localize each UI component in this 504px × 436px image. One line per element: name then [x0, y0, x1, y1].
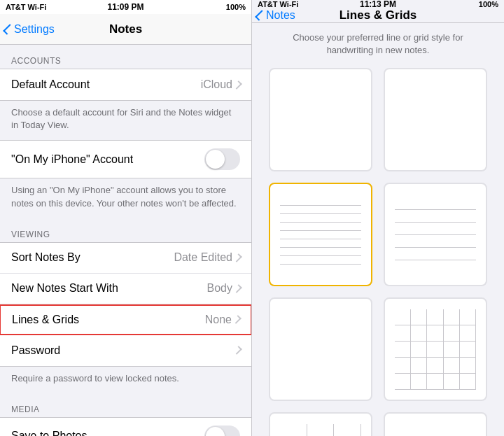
sort-notes-label: Sort Notes By	[11, 251, 174, 264]
line-rule-2	[280, 213, 360, 214]
new-notes-row[interactable]: New Notes Start With Body	[0, 274, 251, 304]
grid-cell	[427, 342, 443, 358]
on-my-iphone-toggle[interactable]	[204, 148, 240, 170]
grid-cell	[334, 424, 360, 436]
left-nav-title: Notes	[109, 22, 142, 36]
line-rule-5	[280, 239, 360, 239]
line-wide-rule-4	[395, 247, 475, 248]
grid-cell	[307, 424, 334, 436]
section-header-accounts: ACCOUNTS	[0, 45, 251, 69]
default-account-desc: Choose a default account for Siri and th…	[0, 101, 251, 140]
grid-option-blank-2[interactable]	[384, 68, 487, 171]
new-notes-chevron-icon	[233, 284, 242, 293]
grid-cell	[427, 325, 443, 342]
lines-grids-value: None	[205, 314, 232, 326]
right-back-label: Notes	[266, 9, 295, 22]
on-my-iphone-row[interactable]: "On My iPhone" Account	[0, 141, 251, 178]
back-button[interactable]: Settings	[6, 23, 55, 36]
right-status-bar: AT&T Wi-Fi 11:13 PM 100%	[252, 0, 504, 8]
grid-cell	[460, 325, 476, 342]
grid-cell	[460, 309, 476, 325]
line-rule-3	[280, 222, 360, 223]
grid-option-blank-3[interactable]	[269, 297, 372, 401]
back-chevron-icon	[3, 24, 14, 35]
grid-cell	[460, 342, 476, 358]
new-notes-value: Body	[207, 282, 232, 295]
on-my-iphone-label: "On My iPhone" Account	[11, 153, 204, 166]
lines-grids-chevron-icon	[232, 315, 241, 324]
grid-cell	[444, 374, 460, 390]
password-desc: Require a password to view locked notes.	[0, 367, 251, 393]
grid-cell	[411, 325, 427, 342]
grid-cell	[444, 309, 460, 325]
grid-cell	[444, 358, 460, 374]
grid-option-blank-1[interactable]	[269, 68, 372, 171]
right-carrier: AT&T Wi-Fi	[258, 0, 298, 8]
toggle-knob	[206, 150, 225, 169]
lines-wide-preview	[395, 195, 475, 275]
default-account-row[interactable]: Default Account iCloud	[0, 69, 251, 100]
line-rule-4	[280, 230, 360, 231]
iphone-account-group: "On My iPhone" Account	[0, 140, 251, 178]
save-to-photos-row[interactable]: Save to Photos	[0, 418, 251, 436]
grid-cell	[395, 309, 411, 325]
save-photos-toggle-knob	[206, 427, 225, 436]
grid-option-lines-wide[interactable]	[384, 183, 487, 286]
grid-cell	[280, 424, 307, 436]
grid-cell	[427, 309, 443, 325]
grid-cell	[411, 342, 427, 358]
left-time: 11:09 PM	[107, 2, 144, 12]
new-notes-label: New Notes Start With	[11, 282, 207, 295]
section-header-media: MEDIA	[0, 393, 251, 417]
back-label: Settings	[14, 23, 55, 36]
small-grid-preview	[395, 309, 475, 390]
save-to-photos-toggle[interactable]	[204, 426, 240, 436]
right-back-button[interactable]: Notes	[258, 9, 295, 22]
line-rule-8	[280, 264, 360, 265]
grid-cell	[460, 374, 476, 390]
grid-option-large-grid[interactable]	[269, 412, 372, 436]
sort-notes-value: Date Edited	[174, 251, 232, 264]
grid-cell	[411, 374, 427, 390]
grid-option-lines[interactable]	[269, 183, 372, 286]
accounts-group: Default Account iCloud	[0, 69, 251, 101]
media-group: Save to Photos	[0, 417, 251, 436]
line-rule-7	[280, 255, 360, 256]
lines-grids-row[interactable]: Lines & Grids None	[0, 304, 251, 335]
line-wide-rule-1	[395, 209, 475, 210]
left-nav-bar: Settings Notes	[0, 14, 251, 45]
grid-cell	[411, 358, 427, 374]
grid-cell	[427, 374, 443, 390]
grid-cell	[395, 325, 411, 342]
section-header-viewing: VIEWING	[0, 218, 251, 242]
line-rule-6	[280, 247, 360, 248]
grid-cell	[411, 309, 427, 325]
lines-preview	[280, 195, 360, 275]
sort-notes-row[interactable]: Sort Notes By Date Edited	[0, 243, 251, 274]
right-battery: 100%	[479, 0, 498, 8]
right-nav-title: Lines & Grids	[340, 8, 417, 22]
grid-cell	[460, 358, 476, 374]
default-account-value: iCloud	[201, 78, 232, 91]
grid-option-small-grid[interactable]	[384, 297, 487, 401]
right-panel: AT&T Wi-Fi 11:13 PM 100% Notes Lines & G…	[252, 0, 504, 436]
grid-cell	[444, 325, 460, 342]
large-grid-preview	[280, 424, 360, 436]
grid-cell	[395, 342, 411, 358]
right-back-chevron-icon	[255, 10, 266, 21]
lines-grids-label: Lines & Grids	[12, 314, 205, 326]
left-battery: 100%	[226, 3, 246, 11]
left-panel: AT&T Wi-Fi 11:09 PM 100% Settings Notes …	[0, 0, 252, 436]
password-row[interactable]: Password	[0, 335, 251, 366]
grid-option-blank-4[interactable]	[384, 412, 487, 436]
grid-cell	[395, 358, 411, 374]
left-status-bar: AT&T Wi-Fi 11:09 PM 100%	[0, 0, 251, 14]
sort-notes-chevron-icon	[233, 253, 242, 262]
grid-options-container	[252, 62, 504, 436]
grid-cell	[427, 358, 443, 374]
line-wide-rule-3	[395, 234, 475, 235]
viewing-group: Sort Notes By Date Edited New Notes Star…	[0, 242, 251, 367]
lines-grids-subtitle: Choose your preferred line or grid style…	[252, 23, 504, 62]
line-wide-rule-5	[395, 260, 475, 260]
grid-cell	[444, 342, 460, 358]
